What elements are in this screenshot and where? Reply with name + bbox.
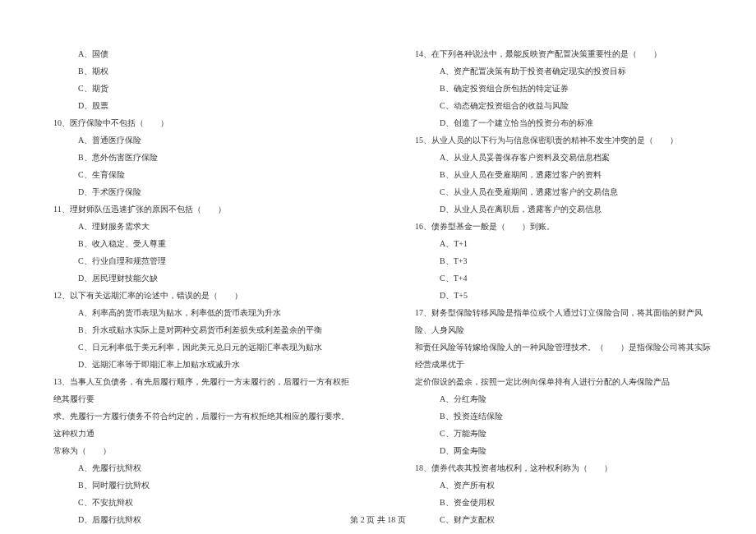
q9-option-c: C、期货 (41, 80, 353, 97)
q17-stem-line3: 定价假设的盈余，按照一定比例向保单持有人进行分配的人寿保险产品 (403, 373, 715, 390)
q13-stem-line2: 求。先履行一方履行债务不符合约定的，后履行一方有权拒绝其相应的履行要求。这种权力… (41, 407, 353, 442)
q10-stem: 10、医疗保险中不包括（ ） (41, 114, 353, 131)
q14-option-d: D、创造了一个建立恰当的投资分布的标准 (403, 114, 715, 131)
q15-option-c: C、从业人员在受雇期间，透露过客户的交易信息 (403, 183, 715, 200)
q17-stem-line2: 和责任风险等转嫁给保险人的一种风险管理技术。（ ）是指保险公司将其实际经营成果优… (403, 338, 715, 373)
q14-option-c: C、动态确定投资组合的收益与风险 (403, 97, 715, 114)
q17-option-a: A、分红寿险 (403, 390, 715, 407)
q12-stem: 12、以下有关远期汇率的论述中，错误的是（ ） (41, 287, 353, 304)
q10-option-b: B、意外伤害医疗保险 (41, 149, 353, 166)
q17-option-c: C、万能寿险 (403, 425, 715, 442)
q15-option-b: B、从业人员在受雇期间，透露过客户的资料 (403, 166, 715, 183)
q14-stem: 14、在下列各种说法中，最能反映资产配置决策重要性的是（ ） (403, 45, 715, 62)
q10-option-c: C、生育保险 (41, 166, 353, 183)
q16-option-a: A、T+1 (403, 235, 715, 252)
q11-option-a: A、理财服务需求大 (41, 218, 353, 235)
q18-stem: 18、债券代表其投资者地权利，这种权利称为（ ） (403, 459, 715, 476)
q13-option-c: C、不安抗辩权 (41, 494, 353, 511)
q12-option-b: B、升水或贴水实际上是对两种交易货币利差损失或利差盈余的平衡 (41, 321, 353, 338)
q17-option-b: B、投资连结保险 (403, 407, 715, 425)
q15-option-d: D、从业人员在离职后，透露客户的交易信息 (403, 200, 715, 218)
q16-option-b: B、T+3 (403, 252, 715, 269)
q13-option-b: B、同时履行抗辩权 (41, 476, 353, 494)
q18-option-b: B、资金使用权 (403, 494, 715, 511)
q15-stem: 15、从业人员的以下行为与信息保密职责的精神不发生冲突的是（ ） (403, 131, 715, 149)
left-column: A、国债 B、期权 C、期货 D、股票 10、医疗保险中不包括（ ） A、普通医… (41, 45, 353, 528)
q15-option-a: A、从业人员妥善保存客户资料及交易信息档案 (403, 149, 715, 166)
q17-option-d: D、两全寿险 (403, 442, 715, 459)
q12-option-a: A、利率高的货币表现为贴水，利率低的货币表现为升水 (41, 304, 353, 321)
q9-option-d: D、股票 (41, 97, 353, 114)
q11-stem: 11、理财师队伍迅速扩张的原因不包括（ ） (41, 200, 353, 218)
exam-page: A、国债 B、期权 C、期货 D、股票 10、医疗保险中不包括（ ） A、普通医… (0, 0, 756, 534)
q13-stem-line3: 常称为（ ） (41, 442, 353, 459)
q16-stem: 16、债券型基金一般是（ ）到账。 (403, 218, 715, 235)
q10-option-d: D、手术医疗保险 (41, 183, 353, 200)
q14-option-b: B、确定投资组合所包括的特定证券 (403, 80, 715, 97)
q14-option-a: A、资产配置决策有助于投资者确定现实的投资目标 (403, 62, 715, 80)
q10-option-a: A、普通医疗保险 (41, 131, 353, 149)
q16-option-c: C、T+4 (403, 269, 715, 287)
q9-option-a: A、国债 (41, 45, 353, 62)
right-column: 14、在下列各种说法中，最能反映资产配置决策重要性的是（ ） A、资产配置决策有… (403, 45, 715, 528)
q12-option-c: C、日元利率低于美元利率，因此美元兑日元的远期汇率表现为贴水 (41, 338, 353, 356)
q17-stem-line1: 17、财务型保险转移风险是指单位或个人通过订立保险合同，将其面临的财产风险、人身… (403, 304, 715, 338)
q11-option-b: B、收入稳定、受人尊重 (41, 235, 353, 252)
q12-option-d: D、远期汇率等于即期汇率上加贴水或减升水 (41, 356, 353, 373)
q9-option-b: B、期权 (41, 62, 353, 80)
q11-option-c: C、行业自理和规范管理 (41, 252, 353, 269)
q13-stem-line1: 13、当事人互负债务，有先后履行顺序，先履行一方未履行的，后履行一方有权拒绝其履… (41, 373, 353, 407)
q18-option-a: A、资产所有权 (403, 476, 715, 494)
q16-option-d: D、T+5 (403, 287, 715, 304)
q11-option-d: D、居民理财技能欠缺 (41, 269, 353, 287)
page-footer: 第 2 页 共 18 页 (0, 514, 756, 526)
q13-option-a: A、先履行抗辩权 (41, 459, 353, 476)
